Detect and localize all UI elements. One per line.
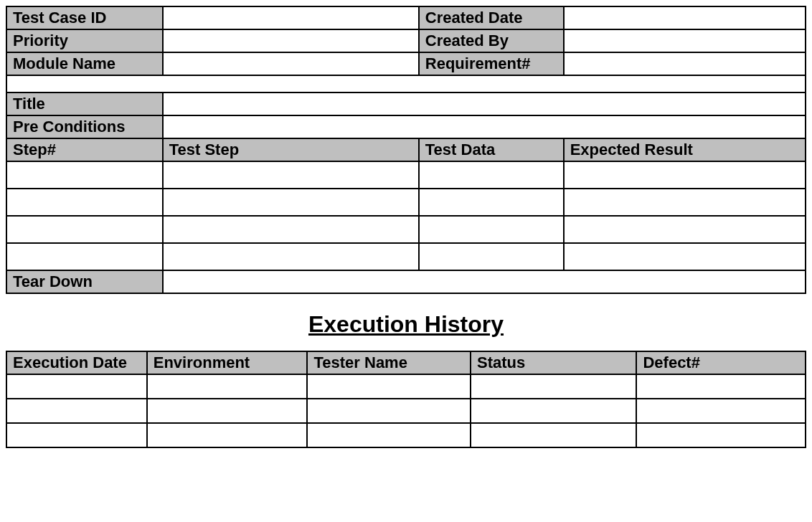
teardown-label: Tear Down	[6, 270, 163, 293]
test-data-cell	[419, 189, 564, 216]
status-header: Status	[471, 351, 636, 374]
step-num-header: Step#	[6, 138, 163, 161]
history-row	[6, 423, 806, 447]
step-row	[6, 243, 806, 270]
module-name-value	[163, 52, 419, 75]
expected-cell	[564, 161, 806, 189]
preconditions-row: Pre Conditions	[6, 115, 806, 138]
tester-cell	[307, 423, 470, 447]
test-step-header: Test Step	[163, 138, 419, 161]
preconditions-value	[163, 115, 806, 138]
preconditions-label: Pre Conditions	[6, 115, 163, 138]
title-row: Title	[6, 92, 806, 115]
spacer-row	[6, 75, 806, 92]
test-case-table: Test Case ID Created Date Priority Creat…	[6, 6, 806, 294]
defect-cell	[636, 399, 806, 423]
test-data-cell	[419, 161, 564, 189]
created-by-value	[564, 29, 806, 52]
tester-name-header: Tester Name	[307, 351, 470, 374]
expected-cell	[564, 189, 806, 216]
step-num-cell	[6, 243, 163, 270]
title-value	[163, 92, 806, 115]
test-step-cell	[163, 216, 419, 243]
exec-date-cell	[6, 399, 147, 423]
exec-date-cell	[6, 374, 147, 399]
teardown-value	[163, 270, 806, 293]
exec-date-header: Execution Date	[6, 351, 147, 374]
created-by-label: Created By	[419, 29, 564, 52]
step-num-cell	[6, 161, 163, 189]
execution-history-table: Execution Date Environment Tester Name S…	[6, 351, 806, 448]
exec-date-cell	[6, 423, 147, 447]
environment-header: Environment	[147, 351, 308, 374]
expected-cell	[564, 216, 806, 243]
step-row	[6, 189, 806, 216]
step-num-cell	[6, 189, 163, 216]
defect-cell	[636, 374, 806, 399]
step-num-cell	[6, 216, 163, 243]
tester-cell	[307, 399, 470, 423]
test-case-id-label: Test Case ID	[6, 6, 163, 29]
status-cell	[471, 374, 636, 399]
test-data-cell	[419, 243, 564, 270]
history-header-row: Execution Date Environment Tester Name S…	[6, 351, 806, 374]
environment-cell	[147, 374, 308, 399]
environment-cell	[147, 423, 308, 447]
steps-header-row: Step# Test Step Test Data Expected Resul…	[6, 138, 806, 161]
execution-history-title: Execution History	[6, 311, 806, 338]
status-cell	[471, 399, 636, 423]
expected-cell	[564, 243, 806, 270]
history-row	[6, 374, 806, 399]
test-data-header: Test Data	[419, 138, 564, 161]
title-label: Title	[6, 92, 163, 115]
priority-label: Priority	[6, 29, 163, 52]
meta-row-3: Module Name Requirement#	[6, 52, 806, 75]
test-case-id-value	[163, 6, 419, 29]
test-data-cell	[419, 216, 564, 243]
created-date-label: Created Date	[419, 6, 564, 29]
module-name-label: Module Name	[6, 52, 163, 75]
requirement-label: Requirement#	[419, 52, 564, 75]
status-cell	[471, 423, 636, 447]
defect-cell	[636, 423, 806, 447]
defect-header: Defect#	[636, 351, 806, 374]
requirement-value	[564, 52, 806, 75]
priority-value	[163, 29, 419, 52]
spacer-cell	[6, 75, 806, 92]
test-step-cell	[163, 189, 419, 216]
teardown-row: Tear Down	[6, 270, 806, 293]
meta-row-1: Test Case ID Created Date	[6, 6, 806, 29]
test-step-cell	[163, 243, 419, 270]
history-row	[6, 399, 806, 423]
step-row	[6, 161, 806, 189]
tester-cell	[307, 374, 470, 399]
test-step-cell	[163, 161, 419, 189]
environment-cell	[147, 399, 308, 423]
step-row	[6, 216, 806, 243]
created-date-value	[564, 6, 806, 29]
meta-row-2: Priority Created By	[6, 29, 806, 52]
expected-result-header: Expected Result	[564, 138, 806, 161]
